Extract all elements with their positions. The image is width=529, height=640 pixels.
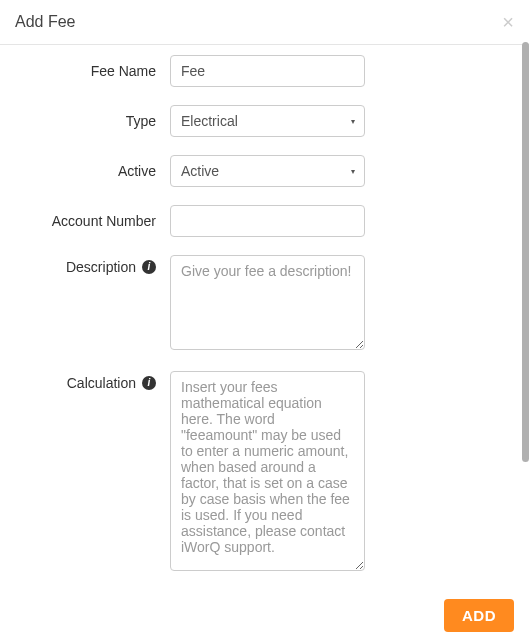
- label-calculation: Calculation i: [15, 371, 170, 391]
- textarea-description[interactable]: [170, 255, 365, 350]
- wrap-fee-name: [170, 55, 365, 87]
- label-description: Description i: [15, 255, 170, 275]
- row-active: Active Active ▾: [15, 155, 514, 187]
- label-fee-name: Fee Name: [15, 55, 170, 79]
- label-description-text: Description: [66, 259, 136, 275]
- close-button[interactable]: ×: [502, 12, 514, 32]
- label-calculation-text: Calculation: [67, 375, 136, 391]
- info-icon[interactable]: i: [142, 376, 156, 390]
- input-account-number[interactable]: [170, 205, 365, 237]
- row-description: Description i: [15, 255, 514, 353]
- label-active: Active: [15, 155, 170, 179]
- select-type[interactable]: Electrical: [170, 105, 365, 137]
- add-button[interactable]: ADD: [444, 599, 514, 632]
- row-type: Type Electrical ▾: [15, 105, 514, 137]
- row-account-number: Account Number: [15, 205, 514, 237]
- textarea-calculation[interactable]: [170, 371, 365, 571]
- wrap-active: Active ▾: [170, 155, 365, 187]
- label-active-text: Active: [118, 163, 156, 179]
- label-account-number-text: Account Number: [52, 213, 156, 229]
- info-icon[interactable]: i: [142, 260, 156, 274]
- wrap-account-number: [170, 205, 365, 237]
- input-fee-name[interactable]: [170, 55, 365, 87]
- wrap-type: Electrical ▾: [170, 105, 365, 137]
- modal-title: Add Fee: [15, 13, 75, 31]
- label-account-number: Account Number: [15, 205, 170, 229]
- wrap-description: [170, 255, 365, 353]
- row-fee-name: Fee Name: [15, 55, 514, 87]
- modal-body: Fee Name Type Electrical ▾ Active Active…: [0, 45, 529, 585]
- select-active[interactable]: Active: [170, 155, 365, 187]
- modal-footer: ADD: [0, 591, 529, 640]
- scrollbar-thumb[interactable]: [522, 42, 529, 462]
- label-type-text: Type: [126, 113, 156, 129]
- modal-header: Add Fee ×: [0, 0, 529, 45]
- label-fee-name-text: Fee Name: [91, 63, 156, 79]
- row-calculation: Calculation i: [15, 371, 514, 574]
- wrap-calculation: [170, 371, 365, 574]
- label-type: Type: [15, 105, 170, 129]
